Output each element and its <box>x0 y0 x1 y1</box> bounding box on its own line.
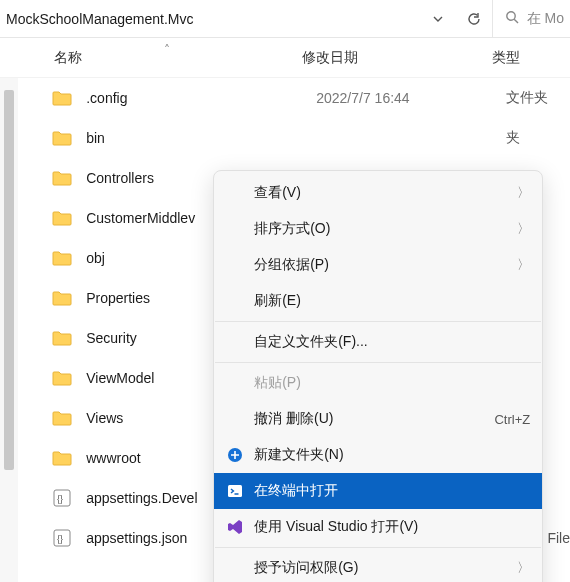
file-date: 2022/7/7 16:44 <box>316 90 506 106</box>
column-name[interactable]: 名称 ˄ <box>54 49 302 67</box>
folder-icon <box>52 128 72 148</box>
file-type: 夹 <box>506 129 570 147</box>
folder-icon <box>52 328 72 348</box>
folder-icon <box>52 248 72 268</box>
folder-icon <box>52 288 72 308</box>
svg-line-1 <box>514 19 518 23</box>
menu-item[interactable]: 排序方式(O)〉 <box>214 211 542 247</box>
folder-icon <box>52 368 72 388</box>
menu-item-label: 刷新(E) <box>254 292 530 310</box>
context-menu: 查看(V)〉排序方式(O)〉分组依据(P)〉刷新(E)自定义文件夹(F)...粘… <box>213 170 543 582</box>
menu-item[interactable]: 自定义文件夹(F)... <box>214 324 542 360</box>
sort-indicator-icon: ˄ <box>164 43 170 57</box>
menu-item[interactable]: 使用 Visual Studio 打开(V) <box>214 509 542 545</box>
menu-item-label: 在终端中打开 <box>254 482 530 500</box>
folder-icon <box>52 208 72 228</box>
column-name-label: 名称 <box>54 49 82 65</box>
menu-item[interactable]: 在终端中打开 <box>214 473 542 509</box>
submenu-arrow-icon: 〉 <box>509 256 530 274</box>
path-text[interactable]: MockSchoolManagement.Mvc <box>0 11 420 27</box>
file-row[interactable]: .config2022/7/7 16:44文件夹 <box>18 78 570 118</box>
address-bar: MockSchoolManagement.Mvc 在 Mo <box>0 0 570 38</box>
column-type[interactable]: 类型 <box>492 49 570 67</box>
menu-separator <box>215 362 541 363</box>
menu-item-icon <box>224 483 246 499</box>
folder-icon <box>52 408 72 428</box>
refresh-button[interactable] <box>456 2 492 36</box>
menu-item-label: 撤消 删除(U) <box>254 410 494 428</box>
history-dropdown-button[interactable] <box>420 2 456 36</box>
file-row[interactable]: bin夹 <box>18 118 570 158</box>
refresh-icon <box>467 12 481 26</box>
menu-item: 粘贴(P) <box>214 365 542 401</box>
menu-item[interactable]: 新建文件夹(N) <box>214 437 542 473</box>
svg-text:{}: {} <box>57 534 63 544</box>
menu-item[interactable]: 分组依据(P)〉 <box>214 247 542 283</box>
menu-item-label: 使用 Visual Studio 打开(V) <box>254 518 530 536</box>
submenu-arrow-icon: 〉 <box>509 184 530 202</box>
folder-icon <box>52 168 72 188</box>
menu-item[interactable]: 刷新(E) <box>214 283 542 319</box>
search-placeholder: 在 Mo <box>527 10 564 28</box>
json-file-icon: {} <box>52 528 72 548</box>
menu-separator <box>215 321 541 322</box>
column-date[interactable]: 修改日期 <box>302 49 492 67</box>
column-headers: 名称 ˄ 修改日期 类型 <box>0 38 570 78</box>
menu-separator <box>215 547 541 548</box>
menu-item-icon <box>224 519 246 535</box>
search-box[interactable]: 在 Mo <box>492 0 564 37</box>
menu-item-label: 排序方式(O) <box>254 220 509 238</box>
menu-item-icon <box>224 447 246 463</box>
menu-item-label: 分组依据(P) <box>254 256 509 274</box>
svg-rect-7 <box>228 485 242 497</box>
menu-item-shortcut: Ctrl+Z <box>494 412 530 427</box>
scrollbar-thumb[interactable] <box>4 90 14 470</box>
chevron-down-icon <box>432 13 444 25</box>
svg-point-0 <box>506 12 514 20</box>
file-list: .config2022/7/7 16:44文件夹bin夹Controllers夹… <box>18 78 570 582</box>
file-name: .config <box>86 90 316 106</box>
svg-text:{}: {} <box>57 494 63 504</box>
submenu-arrow-icon: 〉 <box>509 559 530 577</box>
folder-icon <box>52 88 72 108</box>
menu-item-label: 查看(V) <box>254 184 509 202</box>
menu-item-label: 新建文件夹(N) <box>254 446 530 464</box>
search-icon <box>505 10 519 27</box>
menu-item[interactable]: 查看(V)〉 <box>214 175 542 211</box>
file-type: 文件夹 <box>506 89 570 107</box>
menu-item-label: 自定义文件夹(F)... <box>254 333 530 351</box>
menu-item-label: 粘贴(P) <box>254 374 530 392</box>
vertical-scrollbar[interactable] <box>0 78 18 582</box>
menu-item[interactable]: 撤消 删除(U)Ctrl+Z <box>214 401 542 437</box>
menu-item-label: 授予访问权限(G) <box>254 559 509 577</box>
file-name: bin <box>86 130 316 146</box>
json-file-icon: {} <box>52 488 72 508</box>
submenu-arrow-icon: 〉 <box>509 220 530 238</box>
menu-item[interactable]: 授予访问权限(G)〉 <box>214 550 542 582</box>
folder-icon <box>52 448 72 468</box>
